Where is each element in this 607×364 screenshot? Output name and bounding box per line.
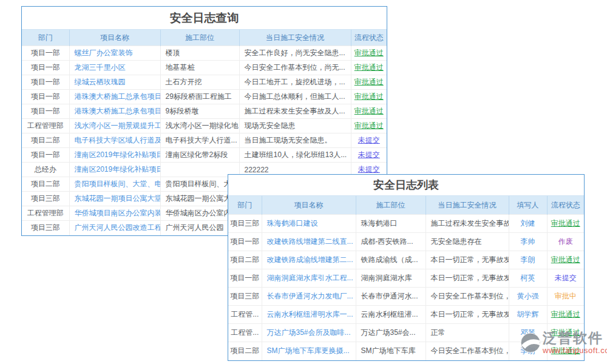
writer-link[interactable]: 李朗 xyxy=(509,342,547,360)
safety-log-list-table: 部门 项目名称 施工部位 当日施工安全情况 填写人 流程状态 项目三部珠海鹤港口… xyxy=(228,195,584,360)
status-link[interactable]: 作废 xyxy=(547,233,584,251)
status-link[interactable]: 审批通过 xyxy=(547,306,584,324)
construction-site-cell: 浅水湾小区一期绿化地 xyxy=(160,119,239,133)
project-name-link[interactable]: 绿城云栖玫瑰园 xyxy=(69,75,160,90)
project-name-link[interactable]: 广州天河人民公园改造工程 xyxy=(69,221,160,235)
table-row[interactable]: 项目一部湖南洞庭湖水库引水工程...湖南洞庭湖水库本日一切正常，无事故发...柯… xyxy=(228,269,584,288)
status-link[interactable]: 审批通过 xyxy=(351,104,387,119)
writer-link[interactable]: 邓琴 xyxy=(509,324,547,342)
project-name-link[interactable]: 湖南洞庭湖水库引水工程... xyxy=(262,269,356,288)
construction-site-cell: 万达广场35#会... xyxy=(356,324,426,342)
writer-link[interactable]: 黄小强 xyxy=(509,288,547,306)
writer-link[interactable]: 李朗 xyxy=(509,251,547,269)
status-link[interactable]: 审批通过 xyxy=(351,119,387,133)
column-header-safety-situation: 当日施工安全情况 xyxy=(239,30,351,46)
status-link[interactable]: 未提交 xyxy=(351,148,387,163)
project-name-link[interactable]: 长春市伊通河水力发电厂... xyxy=(262,288,356,306)
department-cell: 项目一部 xyxy=(22,46,69,61)
table-row[interactable]: 项目一部绿城云栖玫瑰园土石方开挖今日工地开工，旋挖机进场，...审批通过 xyxy=(22,75,387,90)
column-header-construction-site: 施工部位 xyxy=(160,30,239,46)
status-link[interactable]: 审批通过 xyxy=(351,90,387,104)
safety-situation-cell: 当日施工现场无安全隐患。 xyxy=(239,133,351,148)
department-cell: 总经办 xyxy=(22,163,69,177)
safety-situation-cell: 今日安全工作基本到位，... xyxy=(426,288,509,306)
project-name-link[interactable]: 东城花园一期项目公寓大堂 装修 xyxy=(69,192,160,206)
safety-situation-cell: 今日安全工作基本到位，... xyxy=(426,342,509,360)
table-row[interactable]: 工程管理部浅水湾小区一期景观提升工程浅水湾小区一期绿化地现场无安全隐患审批通过 xyxy=(22,119,387,133)
status-link[interactable]: 审批中 xyxy=(547,288,584,306)
department-cell: 项目二部 xyxy=(22,133,69,148)
project-name-link[interactable]: SM广场地下车库更换摄... xyxy=(262,342,356,360)
writer-link[interactable]: 李帅 xyxy=(509,233,547,251)
status-link[interactable]: 审批通过 xyxy=(351,75,387,90)
department-cell: 工程管理部 xyxy=(22,119,69,133)
project-name-link[interactable]: 改建铁路成渝线增建第二... xyxy=(262,251,356,269)
construction-site-cell: 成都-西安铁路... xyxy=(356,233,426,251)
table-row[interactable]: 工程管...云南水利枢纽潜明水库一...云南水利枢纽潜...本日一切正常，无事故… xyxy=(228,306,584,324)
table-row[interactable]: 项目一部改建铁路线增建第二线直...成都-西安铁路...无安全隐患存在李帅作废 xyxy=(228,233,584,251)
project-name-link[interactable]: 电子科技大学区域人行道及非 xyxy=(69,133,160,148)
project-name-link[interactable]: 珠海鹤港口建设 xyxy=(262,215,356,233)
project-name-link[interactable]: 潼南区2019年绿化补贴项目-绿 xyxy=(69,163,160,177)
table-row[interactable]: 项目二部电子科技大学区域人行道及非电子科技大学人行道...当日施工现场无安全隐患… xyxy=(22,133,387,148)
project-name-link[interactable]: 螺丝厂办公室装饰 xyxy=(69,46,160,61)
department-cell: 项目三部 xyxy=(22,192,69,206)
project-name-link[interactable]: 港珠澳大桥施工总承包项目 xyxy=(69,90,160,104)
project-name-link[interactable]: 云南水利枢纽潜明水库一... xyxy=(262,306,356,324)
project-name-link[interactable]: 万达广场35#会所及咖啡... xyxy=(262,324,356,342)
construction-site-cell: 9标段桥墩 xyxy=(160,104,239,119)
column-header-department: 部门 xyxy=(228,196,262,215)
construction-site-cell: 地基基桩 xyxy=(160,61,239,75)
department-cell: 项目一部 xyxy=(22,90,69,104)
department-cell: 工程管理部 xyxy=(22,206,69,221)
project-name-link[interactable]: 港珠澳大桥施工总承包项目 xyxy=(69,104,160,119)
project-name-link[interactable]: 贵阳项目样板间、大堂、电梯 xyxy=(69,177,160,192)
status-link[interactable]: 未提交 xyxy=(547,269,584,288)
construction-site-cell: 土石方开挖 xyxy=(160,75,239,90)
writer-link[interactable]: 刘健 xyxy=(509,215,547,233)
column-header-project-name: 项目名称 xyxy=(69,30,160,46)
status-link[interactable]: 审批通过 xyxy=(351,61,387,75)
status-link[interactable]: 审批通过 xyxy=(351,46,387,61)
table-row[interactable]: 项目一部港珠澳大桥施工总承包项目29标段桥面工程施工今日施工总体顺利，但施工人.… xyxy=(22,90,387,104)
query-panel-title: 安全日志查询 xyxy=(22,7,387,29)
department-cell: 项目一部 xyxy=(22,75,69,90)
table-row[interactable]: 工程管...万达广场35#会所及咖啡...万达广场35#会...正常邓琴审批通过 xyxy=(228,324,584,342)
construction-site-cell: 电子科技大学人行道... xyxy=(160,133,239,148)
status-link[interactable]: 审批通过 xyxy=(547,251,584,269)
table-row[interactable]: 项目三部珠海鹤港口建设珠海鹤港口施工过程未发生安全事故...刘健审批通过 xyxy=(228,215,584,233)
project-name-link[interactable]: 龙湖三千里小区 xyxy=(69,61,160,75)
safety-situation-cell: 土建班组10人，绿化班组13人... xyxy=(239,148,351,163)
column-header-writer: 填写人 xyxy=(509,196,547,215)
table-row[interactable]: 项目二部SM广场地下车库更换摄...SM广场地下车库今日安全工作基本到位，...… xyxy=(228,342,584,360)
project-name-link[interactable]: 改建铁路线增建第二线直... xyxy=(262,233,356,251)
construction-site-cell: 29标段桥面工程施工 xyxy=(160,90,239,104)
project-name-link[interactable]: 潼南区2019年绿化补贴项目-绿 xyxy=(69,148,160,163)
construction-site-cell: SM广场地下车库 xyxy=(356,342,426,360)
construction-site-cell: 湖南洞庭湖水库 xyxy=(356,269,426,288)
department-cell: 项目二部 xyxy=(22,177,69,192)
project-name-link[interactable]: 华侨城项目南区办公室内装修 xyxy=(69,206,160,221)
safety-log-list-panel: 安全日志列表 部门 项目名称 施工部位 当日施工安全情况 填写人 流程状态 项目… xyxy=(228,174,585,361)
construction-site-cell: 潼南区绿化带2标段 xyxy=(160,148,239,163)
list-panel-title: 安全日志列表 xyxy=(228,175,584,195)
status-link[interactable]: 审批通过 xyxy=(547,342,584,360)
writer-link[interactable]: 柯英 xyxy=(509,269,547,288)
table-row[interactable]: 项目一部港珠澳大桥施工总承包项目9标段桥墩施工过程未发生安全事故及人...审批通… xyxy=(22,104,387,119)
table-row[interactable]: 项目一部龙湖三千里小区地基基桩今日安全工作基本到位，尚无...审批通过 xyxy=(22,61,387,75)
status-link[interactable]: 未提交 xyxy=(351,133,387,148)
column-header-construction-site: 施工部位 xyxy=(356,196,426,215)
department-cell: 项目一部 xyxy=(228,233,262,251)
status-link[interactable]: 审批通过 xyxy=(547,324,584,342)
status-link[interactable]: 审批通过 xyxy=(547,215,584,233)
table-row[interactable]: 项目一部潼南区2019年绿化补贴项目-绿潼南区绿化带2标段土建班组10人，绿化班… xyxy=(22,148,387,163)
safety-situation-cell: 今日工地开工，旋挖机进场，... xyxy=(239,75,351,90)
table-row[interactable]: 项目三部长春市伊通河水力发电厂...长春市伊通河水...今日安全工作基本到位，.… xyxy=(228,288,584,306)
department-cell: 项目二部 xyxy=(228,251,262,269)
table-row[interactable]: 项目一部螺丝厂办公室装饰楼顶安全工作良好，尚无安全隐患...审批通过 xyxy=(22,46,387,61)
table-row[interactable]: 项目二部改建铁路成渝线增建第二...铁路成渝线（成...本日一切正常，无事故发.… xyxy=(228,251,584,269)
department-cell: 项目一部 xyxy=(228,269,262,288)
safety-situation-cell: 本日一切正常，无事故发... xyxy=(426,251,509,269)
project-name-link[interactable]: 浅水湾小区一期景观提升工程 xyxy=(69,119,160,133)
writer-link[interactable]: 胡学辉 xyxy=(509,306,547,324)
